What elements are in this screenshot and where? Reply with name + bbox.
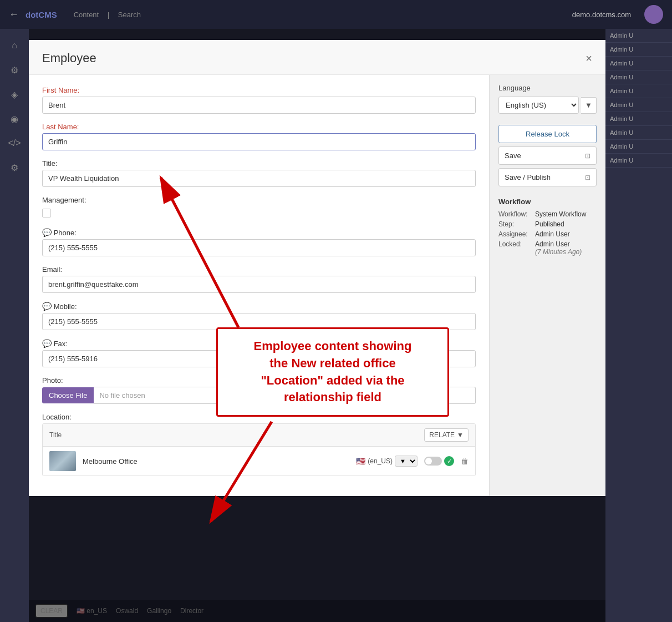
- location-row: Melbourne Office 🇺🇸 (en_US) ▼ ✓: [43, 447, 475, 476]
- breadcrumb-content[interactable]: Content: [74, 11, 99, 19]
- sidebar-icon-dashboard[interactable]: ⚙: [4, 60, 24, 80]
- form-area: First Name: Last Name: Title: Management…: [29, 75, 489, 496]
- language-select-row: English (US) ▼: [498, 97, 597, 114]
- first-name-label: First Name:: [42, 86, 476, 94]
- mobile-field: 💬 Mobile:: [42, 302, 476, 330]
- step-row: Step: Published: [498, 220, 597, 228]
- last-name-input[interactable]: [42, 133, 476, 150]
- breadcrumb-separator: |: [108, 11, 109, 19]
- list-item: Admin U: [605, 112, 672, 126]
- management-checkbox[interactable]: [42, 209, 51, 218]
- locale-code: (en_US): [368, 457, 393, 465]
- relate-label: RELATE: [429, 431, 455, 439]
- email-input[interactable]: [42, 276, 476, 293]
- list-item: Admin U: [605, 70, 672, 84]
- back-button[interactable]: ←: [9, 9, 19, 21]
- workflow-row: Workflow: System Workflow: [498, 210, 597, 218]
- language-label: Language: [498, 84, 597, 92]
- save-publish-icon: ⊡: [585, 174, 590, 181]
- workflow-value: System Workflow: [535, 210, 586, 218]
- location-field: Location: Title RELATE ▼: [42, 413, 476, 476]
- release-lock-button[interactable]: Release Lock: [498, 125, 597, 143]
- toggle-row: ✓: [424, 456, 454, 466]
- locale-select[interactable]: ▼: [395, 456, 418, 467]
- relate-dropdown-icon: ▼: [457, 431, 464, 439]
- photo-field: Photo: Choose File No file chosen: [42, 376, 476, 404]
- save-publish-label: Save / Publish: [505, 173, 551, 181]
- close-button[interactable]: ×: [586, 53, 592, 64]
- location-col-title: Title: [49, 431, 424, 439]
- first-name-input[interactable]: [42, 97, 476, 114]
- location-label: Location:: [42, 413, 476, 421]
- avatar[interactable]: [644, 5, 663, 24]
- sidebar-icon-home[interactable]: ⌂: [4, 36, 24, 55]
- employee-modal: Employee × First Name: Last Name: Ti: [29, 40, 605, 496]
- phone-icon: 💬: [42, 228, 52, 237]
- location-table-header: Title RELATE ▼: [43, 424, 475, 447]
- fax-input[interactable]: [42, 350, 476, 367]
- modal-header: Employee ×: [29, 40, 605, 75]
- first-name-field: First Name:: [42, 86, 476, 114]
- photo-row: Choose File No file chosen: [42, 387, 476, 404]
- mobile-icon: 💬: [42, 302, 52, 311]
- locked-row: Locked: Admin User (7 Minutes Ago): [498, 240, 597, 256]
- list-item: Admin U: [605, 57, 672, 70]
- list-item: Admin U: [605, 126, 672, 140]
- breadcrumb: Content | Search: [70, 11, 144, 19]
- assignee-value: Admin User: [535, 230, 570, 238]
- locked-user: Admin User: [535, 240, 582, 248]
- phone-field: 💬 Phone:: [42, 228, 476, 256]
- sidebar-icon-code[interactable]: </>: [4, 133, 24, 153]
- title-field: Title:: [42, 159, 476, 187]
- locked-info: Admin User (7 Minutes Ago): [535, 240, 582, 256]
- last-name-field: Last Name:: [42, 123, 476, 150]
- list-item: Admin U: [605, 154, 672, 168]
- title-input[interactable]: [42, 170, 476, 187]
- top-nav: ← dotCMS Content | Search demo.dotcms.co…: [0, 0, 672, 29]
- management-field: Management:: [42, 196, 476, 219]
- modal-body: First Name: Last Name: Title: Management…: [29, 75, 605, 496]
- step-value: Published: [535, 220, 564, 228]
- sidebar-icon-settings[interactable]: ⚙: [4, 158, 24, 178]
- publish-toggle[interactable]: [424, 457, 442, 466]
- title-label: Title:: [42, 159, 476, 168]
- right-list: Admin U Admin U Admin U Admin U Admin U …: [605, 29, 672, 622]
- management-label: Management:: [42, 196, 476, 204]
- phone-label: 💬 Phone:: [42, 228, 476, 237]
- language-section: Language English (US) ▼: [498, 84, 597, 114]
- breadcrumb-search[interactable]: Search: [118, 11, 141, 19]
- domain-label: demo.dotcms.com: [572, 11, 631, 19]
- mobile-input[interactable]: [42, 313, 476, 330]
- list-item: Admin U: [605, 98, 672, 112]
- location-table: Title RELATE ▼ Melbourne Office: [42, 423, 476, 476]
- file-name-display: No file chosen: [94, 387, 476, 404]
- logo-cms: CMS: [38, 10, 57, 19]
- sidebar: ⌂ ⚙ ◈ ◉ </> ⚙: [0, 29, 29, 622]
- save-publish-button[interactable]: Save / Publish ⊡: [498, 168, 597, 186]
- sidebar-icon-pages[interactable]: ◉: [4, 109, 24, 129]
- modal-overlay: Employee × First Name: Last Name: Ti: [29, 29, 605, 622]
- actions-section: Release Lock Save ⊡ Save / Publish ⊡: [498, 125, 597, 186]
- locale-info: 🇺🇸 (en_US) ▼: [356, 456, 418, 467]
- sidebar-icon-content[interactable]: ◈: [4, 84, 24, 104]
- save-icon: ⊡: [585, 152, 590, 160]
- step-label: Step:: [498, 220, 533, 228]
- fax-field: 💬 Fax:: [42, 339, 476, 367]
- logo-dot: dot: [26, 10, 38, 19]
- photo-label: Photo:: [42, 376, 476, 385]
- language-select[interactable]: English (US): [498, 97, 579, 114]
- mobile-label: 💬 Mobile:: [42, 302, 476, 311]
- relate-button[interactable]: RELATE ▼: [424, 428, 469, 442]
- save-label: Save: [505, 151, 521, 160]
- choose-file-button[interactable]: Choose File: [42, 387, 94, 403]
- language-dropdown-arrow[interactable]: ▼: [581, 97, 597, 114]
- list-item: Admin U: [605, 29, 672, 43]
- workflow-title: Workflow: [498, 198, 597, 206]
- phone-input[interactable]: [42, 239, 476, 256]
- location-name: Melbourne Office: [83, 457, 349, 466]
- fax-label: 💬 Fax:: [42, 339, 476, 348]
- save-button[interactable]: Save ⊡: [498, 146, 597, 165]
- delete-icon[interactable]: 🗑: [461, 457, 469, 466]
- right-panel: Language English (US) ▼ Release Lock Sav…: [489, 75, 605, 496]
- assignee-label: Assignee:: [498, 230, 533, 238]
